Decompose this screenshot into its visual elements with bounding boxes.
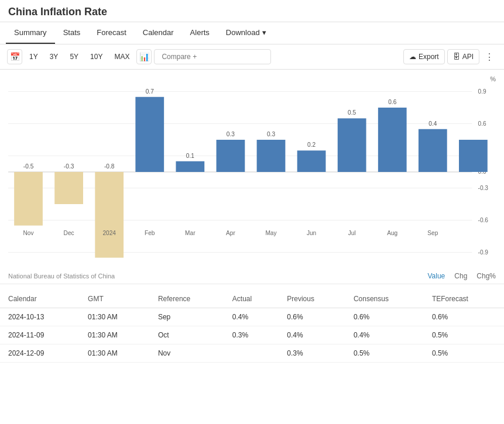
cell-row2-col0: 2024-12-09 (0, 344, 80, 363)
svg-text:0.5: 0.5 (348, 109, 356, 116)
time-10y-button[interactable]: 10Y (85, 50, 107, 64)
svg-rect-47 (459, 140, 488, 172)
y-axis-label: % (490, 75, 496, 82)
time-1y-button[interactable]: 1Y (25, 50, 43, 64)
table-row: 2024-10-1301:30 AMSep0.4%0.6%0.6%0.6% (0, 308, 504, 326)
svg-text:Jul: Jul (348, 229, 356, 236)
cell-row0-col5: 0.6% (345, 308, 424, 326)
time-3y-button[interactable]: 3Y (45, 50, 63, 64)
cell-row2-col2: Nov (150, 344, 224, 363)
cell-row1-col5: 0.4% (345, 326, 424, 344)
time-5y-button[interactable]: 5Y (65, 50, 83, 64)
svg-rect-29 (217, 140, 245, 172)
cell-row2-col5: 0.5% (345, 344, 424, 363)
tab-alerts[interactable]: Alerts (182, 22, 218, 44)
data-table: Calendar GMT Reference Actual Previous C… (0, 290, 504, 363)
svg-rect-38 (338, 118, 366, 172)
cell-row2-col4: 0.3% (279, 344, 345, 363)
export-icon: ☁ (409, 53, 416, 61)
bar-chart: 0.9 0.6 0.3 0.0 -0.3 -0.6 -0.9 Nov -0.5 … (8, 75, 496, 268)
time-max-button[interactable]: MAX (109, 50, 134, 64)
cell-row0-col3: 0.4% (224, 308, 279, 326)
col-header-reference: Reference (150, 290, 224, 308)
svg-text:Dec: Dec (64, 229, 75, 236)
svg-rect-14 (14, 172, 43, 226)
value-toggle[interactable]: Value (427, 272, 445, 280)
svg-text:May: May (265, 229, 277, 236)
cell-row2-col3 (224, 344, 279, 363)
col-header-gmt: GMT (80, 290, 150, 308)
data-table-container: Calendar GMT Reference Actual Previous C… (0, 290, 504, 363)
svg-text:Apr: Apr (226, 229, 235, 236)
cell-row1-col0: 2024-11-09 (0, 326, 80, 344)
cell-row0-col0: 2024-10-13 (0, 308, 80, 326)
cell-row0-col1: 01:30 AM (80, 308, 150, 326)
svg-text:Mar: Mar (185, 229, 196, 236)
tab-calendar[interactable]: Calendar (135, 22, 182, 44)
svg-text:0.2: 0.2 (307, 141, 316, 148)
svg-text:Feb: Feb (145, 229, 155, 236)
svg-text:0.9: 0.9 (478, 87, 486, 94)
cell-row1-col3: 0.3% (224, 326, 279, 344)
svg-text:Nov: Nov (23, 229, 35, 236)
chart-area: % 0.9 0.6 0.3 0.0 -0.3 -0.6 -0.9 Nov -0.… (0, 70, 504, 268)
chart-type-icon[interactable]: 📊 (136, 49, 152, 64)
svg-text:-0.3: -0.3 (64, 163, 74, 170)
svg-text:-0.9: -0.9 (478, 248, 489, 255)
svg-rect-35 (297, 150, 326, 172)
svg-text:0.3: 0.3 (227, 130, 235, 137)
cell-row1-col4: 0.4% (279, 326, 345, 344)
compare-input[interactable] (154, 49, 271, 64)
chg-toggle[interactable]: Chg (454, 272, 467, 280)
cell-row2-col6: 0.5% (424, 344, 504, 363)
tab-forecast[interactable]: Forecast (88, 22, 135, 44)
svg-rect-32 (257, 140, 286, 172)
cell-row1-col6: 0.5% (424, 326, 504, 344)
svg-rect-26 (176, 161, 204, 172)
svg-text:0.6: 0.6 (388, 98, 396, 105)
col-header-previous: Previous (279, 290, 345, 308)
svg-rect-20 (95, 172, 124, 258)
database-icon: 🗄 (453, 53, 460, 61)
chg-pct-toggle[interactable]: Chg% (476, 272, 496, 280)
svg-text:0.1: 0.1 (186, 151, 194, 158)
svg-text:Jun: Jun (307, 229, 316, 236)
svg-text:2024: 2024 (102, 229, 116, 236)
svg-text:0.6: 0.6 (478, 119, 486, 126)
chevron-down-icon: ▾ (262, 28, 266, 37)
svg-rect-44 (419, 129, 447, 172)
cell-row0-col6: 0.6% (424, 308, 504, 326)
svg-text:0.7: 0.7 (146, 87, 154, 94)
svg-rect-23 (135, 97, 164, 172)
page-title: China Inflation Rate (0, 0, 504, 22)
svg-text:-0.5: -0.5 (23, 163, 34, 170)
export-button[interactable]: ☁ Export (403, 49, 445, 64)
source-text: National Bureau of Statistics of China (8, 273, 115, 280)
svg-text:Sep: Sep (427, 229, 438, 236)
svg-rect-17 (54, 172, 83, 204)
svg-text:Aug: Aug (387, 229, 397, 236)
calendar-icon[interactable]: 📅 (7, 49, 22, 64)
api-button[interactable]: 🗄 API (447, 49, 479, 64)
cell-row1-col1: 01:30 AM (80, 326, 150, 344)
svg-text:0.3: 0.3 (267, 130, 275, 137)
col-header-actual: Actual (224, 290, 279, 308)
svg-text:0.4: 0.4 (428, 119, 437, 126)
cell-row1-col2: Oct (150, 326, 224, 344)
more-options-icon[interactable]: ⋮ (482, 49, 497, 64)
tab-stats[interactable]: Stats (55, 22, 89, 44)
col-header-teforecast: TEForecast (424, 290, 504, 308)
tab-download[interactable]: Download ▾ (218, 22, 275, 44)
toolbar: 📅 1Y 3Y 5Y 10Y MAX 📊 ☁ Export 🗄 API ⋮ (0, 44, 504, 70)
svg-text:-0.3: -0.3 (478, 184, 489, 191)
source-legend-row: National Bureau of Statistics of China V… (0, 268, 504, 284)
cell-row0-col4: 0.6% (279, 308, 345, 326)
col-header-consensus: Consensus (345, 290, 424, 308)
svg-text:-0.8: -0.8 (104, 163, 115, 170)
table-row: 2024-12-0901:30 AMNov0.3%0.5%0.5% (0, 344, 504, 363)
cell-row2-col1: 01:30 AM (80, 344, 150, 363)
table-row: 2024-11-0901:30 AMOct0.3%0.4%0.4%0.5% (0, 326, 504, 344)
svg-rect-41 (378, 108, 407, 172)
cell-row0-col2: Sep (150, 308, 224, 326)
tab-summary[interactable]: Summary (6, 22, 55, 44)
